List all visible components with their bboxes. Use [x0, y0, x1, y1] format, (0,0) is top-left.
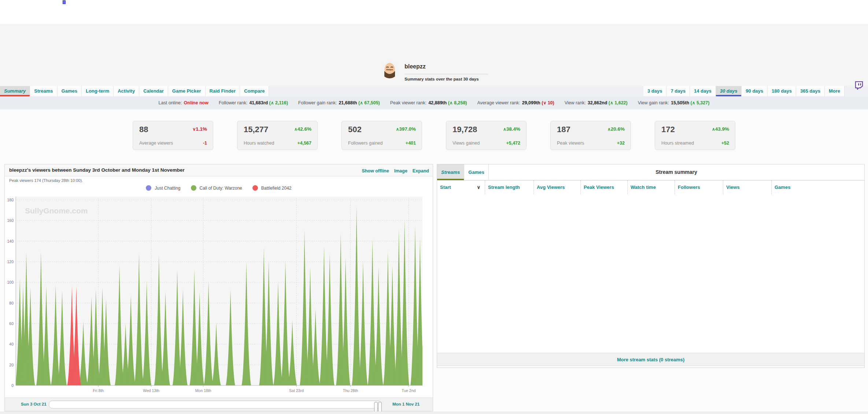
column-header-games[interactable]: Games — [771, 180, 864, 194]
svg-text:Wed 13th: Wed 13th — [143, 388, 159, 393]
column-header-views[interactable]: Views — [723, 180, 771, 194]
scroll-end-date: Mon 1 Nov 21 — [392, 402, 420, 406]
show-offline-link[interactable]: Show offline — [362, 168, 389, 174]
legend-label: Just Chatting — [155, 186, 180, 191]
column-header-followers[interactable]: Followers — [675, 180, 723, 194]
range-tab-more[interactable]: More — [825, 86, 845, 96]
svg-text:Mon 18th: Mon 18th — [195, 388, 211, 393]
stream-table-header: Start∨Stream lengthAvg ViewersPeak Viewe… — [437, 180, 864, 194]
column-header-stream-length[interactable]: Stream length — [485, 180, 533, 194]
range-tab-90-days[interactable]: 90 days — [742, 86, 768, 96]
stream-summary-panel: StreamsGames Stream summary Start∨Stream… — [437, 164, 865, 368]
legend-dot — [146, 185, 151, 191]
tab-calendar[interactable]: Calendar — [139, 86, 168, 96]
peak-annotation: Peak viewers 174 (Thursday 28th 10:00). — [9, 178, 83, 183]
status-delta: (∨ 10) — [540, 100, 554, 105]
column-header-avg-viewers[interactable]: Avg Viewers — [533, 180, 580, 194]
broken-image-icon — [63, 0, 66, 4]
tab-streams[interactable]: Streams — [30, 86, 57, 96]
top-strip — [0, 0, 868, 24]
svg-text:Thu 28th: Thu 28th — [343, 388, 358, 393]
chart-legend: Just ChattingCall of Duty: WarzoneBattle… — [5, 185, 433, 191]
divider — [405, 74, 488, 74]
tab-game-picker[interactable]: Game Picker — [168, 86, 206, 96]
status-label: View rank: — [565, 100, 586, 105]
tab-long-term[interactable]: Long-term — [82, 86, 114, 96]
svg-text:40: 40 — [9, 342, 14, 346]
chart-title: bleepzz's viewers between Sunday 3rd Oct… — [9, 167, 185, 173]
range-tabs: 3 days7 days14 days30 days90 days180 day… — [643, 86, 845, 96]
avatar: bleepzz — [381, 61, 398, 78]
status-delta: (∧ 5,327) — [689, 100, 709, 105]
profile-header: bleepzz bleepzz Summary stats over the p… — [0, 24, 868, 86]
status-row: Last online:Online nowFollower rank:41,6… — [0, 96, 868, 109]
status-peak-viewer-rank-: Peak viewer rank:42,889th (∧ 8,258) — [390, 100, 467, 105]
status-label: View gain rank: — [638, 100, 669, 105]
column-header-watch-time[interactable]: Watch time — [627, 180, 675, 194]
svg-text:0: 0 — [11, 383, 14, 388]
stat-label: Hours streamed — [661, 141, 694, 146]
stat-card-average-viewers: 88Average viewers∨1.1%-1 — [133, 121, 213, 150]
stat-delta: +401 — [406, 141, 416, 146]
profile-name: bleepzz — [405, 63, 426, 70]
legend-call-of-duty-warzone[interactable]: Call of Duty: Warzone — [191, 185, 242, 191]
status-value: 41,683rd — [249, 100, 268, 105]
stat-cards-row: 88Average viewers∨1.1%-115,277Hours watc… — [0, 121, 868, 150]
tab-compare[interactable]: Compare — [240, 86, 269, 96]
tabs-row: SummaryStreamsGamesLong-termActivityCale… — [0, 86, 868, 96]
stat-delta: -1 — [203, 141, 207, 146]
tab-raid-finder[interactable]: Raid Finder — [206, 86, 240, 96]
tab-summary[interactable]: Summary — [0, 86, 30, 96]
stat-percent: ∨1.1% — [192, 126, 207, 132]
status-label: Follower gain rank: — [298, 100, 337, 105]
scrollbar-handle[interactable] — [374, 402, 378, 412]
chart-date-scrollbar: Sun 3 Oct 21 Mon 1 Nov 21 — [5, 398, 433, 411]
scroll-start-date: Sun 3 Oct 21 — [21, 402, 47, 406]
stat-card-views-gained: 19,728Views gained∧38.4%+5,472 — [446, 121, 527, 150]
svg-text:Sat 23rd: Sat 23rd — [289, 388, 304, 393]
tab-games[interactable]: Games — [58, 86, 82, 96]
status-delta: (∧ 2,116) — [268, 100, 288, 105]
stat-value: 187 — [557, 125, 570, 134]
range-tab-3-days[interactable]: 3 days — [643, 86, 666, 96]
status-delta: (∧ 8,258) — [447, 100, 467, 105]
stream-panel-header: StreamsGames Stream summary — [437, 164, 864, 180]
stat-percent: ∧38.4% — [503, 126, 520, 132]
column-header-start[interactable]: Start∨ — [437, 180, 485, 194]
stream-tab-games[interactable]: Games — [464, 164, 488, 180]
range-tab-30-days[interactable]: 30 days — [716, 86, 742, 96]
status-value: 15,505th — [671, 100, 689, 105]
image-link[interactable]: Image — [394, 168, 407, 174]
stat-percent: ∧397.0% — [396, 126, 416, 132]
range-tab-14-days[interactable]: 14 days — [690, 86, 716, 96]
scrollbar-handle[interactable] — [378, 402, 382, 412]
chart-titlebar: bleepzz's viewers between Sunday 3rd Oct… — [5, 164, 433, 176]
range-tab-180-days[interactable]: 180 days — [768, 86, 796, 96]
stream-tab-streams[interactable]: Streams — [437, 164, 464, 180]
sort-arrow-icon[interactable]: ∨ — [477, 180, 480, 194]
scrollbar-track[interactable] — [49, 400, 381, 409]
range-tab-365-days[interactable]: 365 days — [796, 86, 825, 96]
status-view-rank-: View rank:32,862nd (∧ 1,622) — [565, 100, 628, 105]
expand-link[interactable]: Expand — [413, 168, 429, 174]
stat-card-hours-streamed: 172Hours streamed∧43.9%+52 — [655, 121, 735, 150]
status-label: Peak viewer rank: — [390, 100, 426, 105]
column-header-peak-viewers[interactable]: Peak Viewers — [580, 180, 627, 194]
legend-battlefield-2042[interactable]: Battlefield 2042 — [252, 185, 292, 191]
legend-just-chatting[interactable]: Just Chatting — [146, 185, 180, 191]
stat-value: 172 — [661, 125, 675, 134]
svg-text:80: 80 — [9, 301, 14, 305]
stat-value: 15,277 — [244, 125, 268, 134]
status-delta: (∧ 67,505) — [357, 100, 380, 105]
status-label: Average viewer rank: — [477, 100, 520, 105]
twitch-icon[interactable] — [854, 81, 864, 90]
stat-delta: +4,567 — [297, 141, 311, 146]
range-tab-7-days[interactable]: 7 days — [666, 86, 690, 96]
tab-activity[interactable]: Activity — [114, 86, 139, 96]
more-stream-stats-link[interactable]: More stream stats (0 streams) — [617, 357, 684, 362]
legend-dot — [191, 185, 196, 191]
main-tabs: SummaryStreamsGamesLong-termActivityCale… — [0, 86, 269, 96]
svg-text:bleepzz: bleepzz — [386, 68, 393, 71]
svg-text:180: 180 — [7, 198, 14, 202]
stat-percent: ∧42.6% — [294, 126, 311, 132]
